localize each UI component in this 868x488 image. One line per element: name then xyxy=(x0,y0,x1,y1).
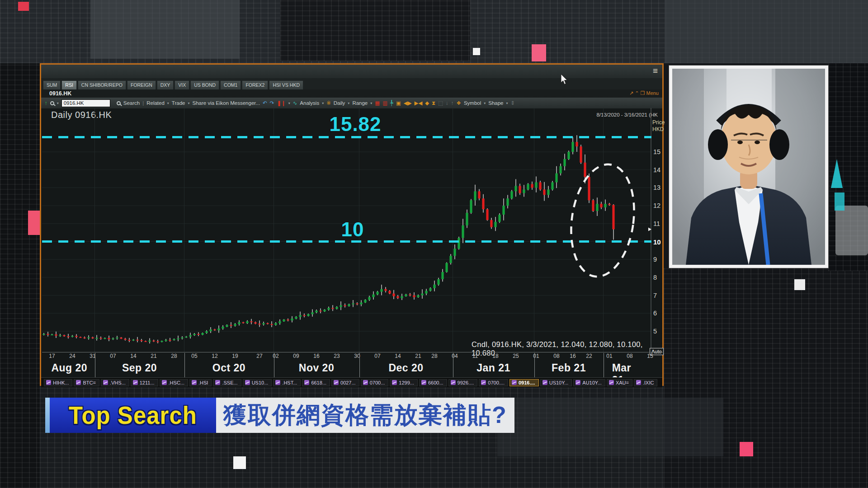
ticker-item[interactable]: 9926.... xyxy=(448,379,478,386)
undo-icon[interactable]: ↶ xyxy=(263,100,267,106)
day-tick-label: 07 xyxy=(110,353,116,359)
mini-chart-icon xyxy=(636,380,641,385)
ticker-item[interactable]: 0700.... xyxy=(479,379,508,386)
interval-button[interactable]: Daily xyxy=(334,100,345,106)
ticker-item[interactable]: .SSE... xyxy=(213,379,241,386)
menu-label[interactable]: Menu xyxy=(646,90,659,96)
chart-area[interactable]: Daily 0916.HK 8/13/2020 - 3/16/2021 (HK … xyxy=(41,108,662,377)
analysis-button[interactable]: Analysis xyxy=(300,100,319,106)
month-label: Dec 20 xyxy=(388,362,423,374)
banner-headline-box: 獲取併網資格需放棄補貼? xyxy=(216,398,514,433)
chart-thumb-icon[interactable]: ▦ xyxy=(375,100,380,106)
down-icon[interactable]: ↓ xyxy=(446,100,448,106)
ticker-item[interactable]: US10Y... xyxy=(540,379,572,386)
ticker-item[interactable]: 6600... xyxy=(419,379,447,386)
ticker-item[interactable]: 0700... xyxy=(361,379,389,386)
popout-icon[interactable]: ↗ xyxy=(629,90,633,96)
mini-chart-icon xyxy=(245,380,250,385)
ticker-item[interactable]: AU10Y... xyxy=(573,379,605,386)
ticker-item[interactable]: .HST... xyxy=(273,379,301,386)
shape-button[interactable]: Shape xyxy=(488,100,503,106)
symbol-input[interactable] xyxy=(61,99,110,107)
tab-us-bond[interactable]: US BOND xyxy=(190,80,219,89)
ticker-item[interactable]: BTC= xyxy=(74,379,99,386)
zoom-out-icon[interactable]: ◀▶ xyxy=(404,100,412,106)
ticker-item[interactable]: 6618... xyxy=(302,379,330,386)
tab-sum[interactable]: SUM xyxy=(43,80,61,89)
day-tick-label: 21 xyxy=(415,353,421,359)
instrument-title-bar: 0916.HK ↗ ⌃ ❒ Menu xyxy=(41,89,662,98)
day-tick-label: 01 xyxy=(606,353,612,359)
accent-square-pink xyxy=(740,442,753,456)
window-controls[interactable]: ↗ ⌃ ❒ Menu xyxy=(629,90,659,96)
tab-cn-shibor-repo[interactable]: CN SHIBOR/REPO xyxy=(78,80,126,89)
ticker-item[interactable]: .HSI xyxy=(189,379,212,386)
expand-icon[interactable]: ⇕ xyxy=(511,100,515,106)
search-button[interactable]: Search xyxy=(123,100,140,106)
candle-style-icon[interactable]: ❚❙ xyxy=(277,100,285,106)
day-tick-label: 08 xyxy=(553,353,559,359)
ticker-item[interactable]: HIHK... xyxy=(44,379,72,386)
mini-chart-icon xyxy=(363,380,368,385)
ticker-label: .IXIC xyxy=(643,380,654,385)
ticker-label: .SSE... xyxy=(222,380,237,385)
ticker-label: 9926.... xyxy=(458,380,474,385)
pan-icon[interactable]: ⬚ xyxy=(438,100,443,106)
collapse-icon[interactable]: ⌃ xyxy=(635,90,639,96)
day-tick-label: 22 xyxy=(586,353,592,359)
ticker-item[interactable]: XAU= xyxy=(607,379,632,386)
window-header: ≡ xyxy=(41,65,662,78)
tab-hsi-vs-hkd[interactable]: HSI VS HKD xyxy=(269,80,303,89)
zoom-in-icon[interactable]: ▶◀ xyxy=(415,100,423,106)
broadcast-frame: { "window": { "title": "0916.HK", "menu_… xyxy=(0,0,868,488)
bg-building xyxy=(280,0,470,61)
price-tick-label: 13 xyxy=(653,184,660,191)
tab-rsi[interactable]: RSI xyxy=(61,80,77,89)
quote-search-icon[interactable] xyxy=(50,101,54,105)
tab-com1[interactable]: COM1 xyxy=(220,80,241,89)
window-icon[interactable]: ❒ xyxy=(641,90,645,96)
price-tick-label: 11 xyxy=(653,220,660,227)
day-tick-label: 19 xyxy=(232,353,238,359)
mini-chart-icon xyxy=(103,380,108,385)
up-arrow-icon[interactable]: ↑ xyxy=(45,100,47,106)
price-tick-label: 7 xyxy=(653,292,657,299)
hourglass-icon[interactable]: ⧗ xyxy=(432,100,435,106)
accent-square-white xyxy=(473,48,480,55)
ticker-item[interactable]: 1299... xyxy=(390,379,418,386)
day-tick-label: 07 xyxy=(374,353,380,359)
trade-button[interactable]: Trade xyxy=(172,100,185,106)
ticker-item[interactable]: 0916.... xyxy=(509,379,539,386)
tab-dxy[interactable]: DXY xyxy=(157,80,174,89)
month-label: Jan 21 xyxy=(476,362,510,374)
ticker-item[interactable]: 1211... xyxy=(131,379,158,386)
hamburger-menu-icon[interactable]: ≡ xyxy=(653,66,658,75)
chart-thumb-icon[interactable]: ▥ xyxy=(382,100,387,106)
tab-vix[interactable]: VIX xyxy=(175,80,189,89)
ticker-item[interactable]: US10... xyxy=(243,379,272,386)
webcam-panel xyxy=(669,66,828,268)
day-tick-label: 24 xyxy=(69,353,75,359)
compare-icon[interactable]: ※ xyxy=(326,100,331,106)
related-button[interactable]: Related xyxy=(146,100,165,106)
redo-icon[interactable]: ↷ xyxy=(270,100,274,106)
tab-foreign[interactable]: FOREIGN xyxy=(127,80,156,89)
symbol-button[interactable]: Symbol xyxy=(464,100,481,106)
up-icon2[interactable]: ↑ xyxy=(451,100,454,106)
ticker-item[interactable]: .VHS... xyxy=(101,379,129,386)
crosshair-icon[interactable]: ╄ xyxy=(390,100,393,106)
share-messenger-button[interactable]: Share via Eikon Messenger... xyxy=(193,100,260,106)
mini-chart-icon xyxy=(392,380,397,385)
mini-chart-icon xyxy=(481,380,486,385)
month-separator xyxy=(534,353,535,377)
ticker-item[interactable]: 0027... xyxy=(331,379,359,386)
range-button[interactable]: Range xyxy=(352,100,368,106)
ticker-item[interactable]: .HSC... xyxy=(160,379,188,386)
note-icon[interactable]: ▣ xyxy=(396,100,401,106)
ticker-item[interactable]: .IXIC xyxy=(634,379,657,386)
tab-forex2[interactable]: FOREX2 xyxy=(242,80,268,89)
ticker-label: .VHS... xyxy=(110,380,126,385)
marker-icon[interactable]: ◆ xyxy=(425,100,429,106)
symbol-dropdown-icon[interactable]: ▾ xyxy=(57,101,59,105)
month-label: Feb 21 xyxy=(552,362,586,374)
